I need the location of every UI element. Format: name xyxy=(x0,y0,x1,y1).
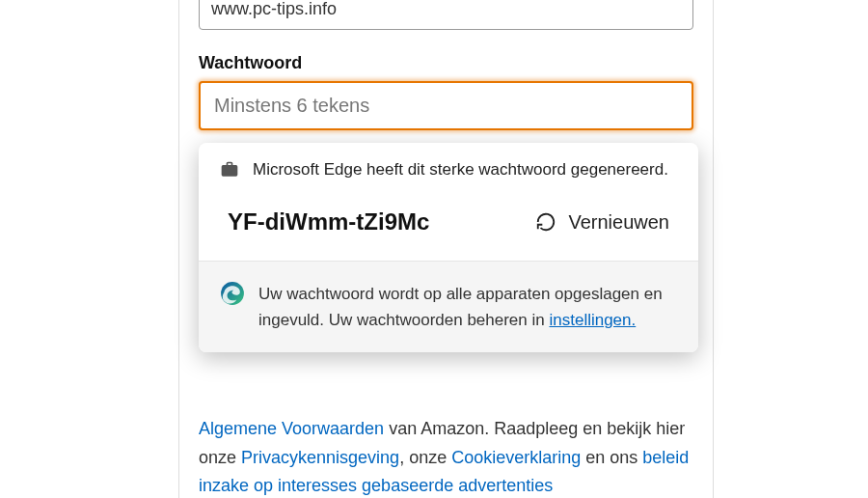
popup-body: YF-diWmm-tZi9Mc Vernieuwen xyxy=(199,191,698,261)
url-input[interactable] xyxy=(199,0,693,30)
form-container: Wachtwoord Microsoft Edge heeft dit ster… xyxy=(178,0,714,498)
popup-header-text: Microsoft Edge heeft dit sterke wachtwoo… xyxy=(253,160,668,180)
privacy-link[interactable]: Privacykennisgeving xyxy=(241,448,399,467)
briefcase-icon xyxy=(220,160,239,180)
password-input[interactable] xyxy=(199,81,693,130)
terms-text: Algemene Voorwaarden van Amazon. Raadple… xyxy=(199,415,691,498)
generated-password[interactable]: YF-diWmm-tZi9Mc xyxy=(228,208,429,235)
popup-footer-text: Uw wachtwoord wordt op alle apparaten op… xyxy=(258,281,677,333)
refresh-icon xyxy=(535,211,556,233)
edge-logo-icon xyxy=(220,281,245,306)
popup-header: Microsoft Edge heeft dit sterke wachtwoo… xyxy=(199,143,698,191)
refresh-button[interactable]: Vernieuwen xyxy=(535,211,669,234)
popup-footer: Uw wachtwoord wordt op alle apparaten op… xyxy=(199,261,698,352)
terms-link[interactable]: Algemene Voorwaarden xyxy=(199,419,384,438)
settings-link[interactable]: instellingen. xyxy=(549,311,636,329)
refresh-label: Vernieuwen xyxy=(568,211,669,234)
password-suggestion-popup: Microsoft Edge heeft dit sterke wachtwoo… xyxy=(199,143,698,352)
password-label: Wachtwoord xyxy=(199,53,693,73)
cookie-link[interactable]: Cookieverklaring xyxy=(451,448,581,467)
